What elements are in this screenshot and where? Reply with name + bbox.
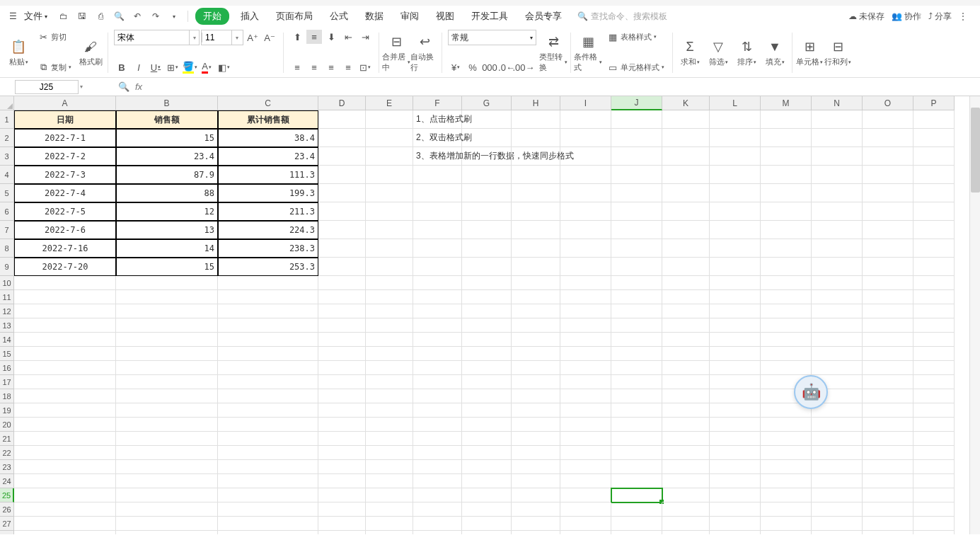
cell-H24[interactable] (512, 474, 560, 488)
tab-review[interactable]: 审阅 (395, 7, 425, 25)
cell-P6[interactable] (913, 202, 955, 221)
cell-A3[interactable]: 2022-7-2 (14, 147, 116, 166)
cell-L1[interactable] (710, 110, 761, 129)
cell-J15[interactable] (611, 347, 662, 361)
share-button[interactable]: ⤴ 分享 (928, 11, 952, 23)
cell-B18[interactable] (116, 389, 218, 403)
align-top-button[interactable]: ⬆ (289, 30, 305, 44)
cell-J13[interactable] (611, 318, 662, 333)
cell-H28[interactable] (512, 531, 560, 534)
cell-A28[interactable] (14, 531, 116, 534)
row-header-16[interactable]: 16 (0, 361, 14, 375)
cell-E4[interactable] (366, 166, 413, 184)
cell-J6[interactable] (611, 202, 662, 221)
cell-G14[interactable] (462, 333, 512, 347)
tab-member[interactable]: 会员专享 (519, 7, 567, 25)
cell-D4[interactable] (318, 166, 366, 184)
col-header-C[interactable]: C (218, 96, 318, 110)
cell-M21[interactable] (761, 432, 812, 446)
row-header-7[interactable]: 7 (0, 221, 14, 239)
cell-C25[interactable] (218, 488, 318, 502)
file-menu[interactable]: 文件 ▾ (21, 8, 50, 24)
cell-I24[interactable] (560, 474, 611, 488)
cell-G27[interactable] (462, 517, 512, 531)
cell-E8[interactable] (366, 239, 413, 258)
cell-F18[interactable] (413, 389, 462, 403)
cell-O24[interactable] (863, 474, 913, 488)
cell-G25[interactable] (462, 488, 512, 502)
cell-P9[interactable] (913, 258, 955, 276)
percent-button[interactable]: % (465, 60, 480, 74)
col-header-B[interactable]: B (116, 96, 218, 110)
cell-C8[interactable]: 238.3 (218, 239, 318, 258)
cell-E3[interactable] (366, 147, 413, 166)
tab-insert[interactable]: 插入 (235, 7, 265, 25)
cell-N10[interactable] (812, 276, 863, 290)
cell-M15[interactable] (761, 347, 812, 361)
cell-M8[interactable] (761, 239, 812, 258)
cell-A2[interactable]: 2022-7-1 (14, 129, 116, 147)
cell-K5[interactable] (662, 184, 710, 202)
collab-button[interactable]: 👥 协作 (892, 11, 921, 23)
cell-B17[interactable] (116, 375, 218, 389)
cell-F22[interactable] (413, 446, 462, 460)
format-painter-button[interactable]: 🖌 格式刷 (76, 28, 105, 77)
row-header-2[interactable]: 2 (0, 129, 14, 147)
cell-M10[interactable] (761, 276, 812, 290)
cell-M6[interactable] (761, 202, 812, 221)
cell-L21[interactable] (710, 432, 761, 446)
cell-N12[interactable] (812, 304, 863, 318)
cell-F13[interactable] (413, 318, 462, 333)
cell-F2[interactable]: 2、双击格式刷 (413, 129, 462, 147)
fill-color-button[interactable]: 🪣▾ (182, 60, 197, 74)
cell-P7[interactable] (913, 221, 955, 239)
decrease-font-button[interactable]: A⁻ (262, 30, 277, 45)
cell-P5[interactable] (913, 184, 955, 202)
cell-I20[interactable] (560, 418, 611, 432)
cell-H11[interactable] (512, 290, 560, 304)
caret-down-icon[interactable]: ▾ (166, 8, 182, 24)
cell-K7[interactable] (662, 221, 710, 239)
cell-G8[interactable] (462, 239, 512, 258)
cell-A12[interactable] (14, 304, 116, 318)
cell-P11[interactable] (913, 290, 955, 304)
cell-F4[interactable] (413, 166, 462, 184)
cell-O28[interactable] (863, 531, 913, 534)
cell-C27[interactable] (218, 517, 318, 531)
caret-down-icon[interactable]: ▾ (80, 84, 83, 90)
cell-C21[interactable] (218, 432, 318, 446)
cell-E21[interactable] (366, 432, 413, 446)
cell-K8[interactable] (662, 239, 710, 258)
cell-F12[interactable] (413, 304, 462, 318)
cell-H5[interactable] (512, 184, 560, 202)
cell-B9[interactable]: 15 (116, 258, 218, 276)
cell-F8[interactable] (413, 239, 462, 258)
cell-G1[interactable] (462, 110, 512, 129)
cell-A13[interactable] (14, 318, 116, 333)
cell-P25[interactable] (913, 488, 955, 502)
cell-H4[interactable] (512, 166, 560, 184)
cell-O5[interactable] (863, 184, 913, 202)
cell-J16[interactable] (611, 361, 662, 375)
cell-A6[interactable]: 2022-7-5 (14, 202, 116, 221)
cell-K3[interactable] (662, 147, 710, 166)
row-header-1[interactable]: 1 (0, 110, 14, 129)
col-header-P[interactable]: P (913, 96, 955, 110)
cell-A7[interactable]: 2022-7-6 (14, 221, 116, 239)
cell-C6[interactable]: 211.3 (218, 202, 318, 221)
cell-H7[interactable] (512, 221, 560, 239)
cell-D19[interactable] (318, 403, 366, 418)
cell-P12[interactable] (913, 304, 955, 318)
folder-icon[interactable]: 🗀 (56, 8, 71, 24)
cell-G24[interactable] (462, 474, 512, 488)
cell-G7[interactable] (462, 221, 512, 239)
cell-M13[interactable] (761, 318, 812, 333)
cell-E17[interactable] (366, 375, 413, 389)
fill-button[interactable]: ▼ 填充▾ (761, 28, 789, 77)
cell-A10[interactable] (14, 276, 116, 290)
increase-font-button[interactable]: A⁺ (245, 30, 260, 45)
select-all-corner[interactable] (0, 96, 14, 110)
cell-F10[interactable] (413, 276, 462, 290)
cell-A17[interactable] (14, 375, 116, 389)
cell-K15[interactable] (662, 347, 710, 361)
